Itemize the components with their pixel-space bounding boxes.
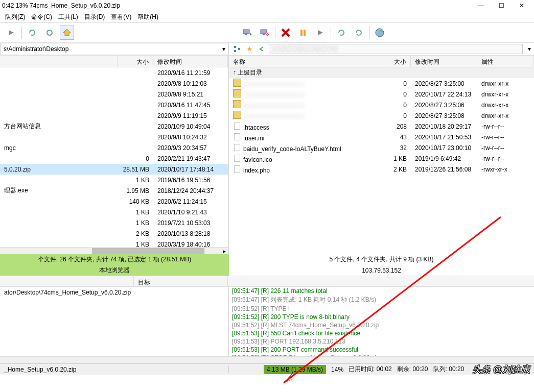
path-row: ▾ ★ ▾ xyxy=(0,43,534,55)
remote-file-row[interactable]: index.php2 KB2019/12/26 21:56:08-rwxr-xr… xyxy=(229,164,534,175)
toolbar xyxy=(0,22,534,43)
col-modified[interactable]: 修改时间 xyxy=(411,56,477,67)
pause-icon[interactable] xyxy=(296,26,310,40)
local-file-row[interactable]: 2020/9/8 9:15:21 xyxy=(0,89,228,100)
queue-header: 目标 xyxy=(0,276,534,287)
tree-icon[interactable] xyxy=(232,44,242,54)
remote-file-row[interactable]: 02020/8/27 3:25:00drwxr-xr-x xyxy=(229,78,534,89)
transfer-status-bar: _Home_Setup_v6.0.20.zip 4.13 MB (1.29 MB… xyxy=(0,363,534,375)
queue-item[interactable]: ator\Desktop\74cms_Home_Setup_v6.0.20.zi… xyxy=(0,287,228,298)
local-panel: 大小 修改时间 2020/9/16 11:21:592020/9/8 10:12… xyxy=(0,55,229,254)
computer-connect-icon[interactable] xyxy=(240,26,254,40)
window-title: 0:42 13% 74cms_Home_Setup_v6.0.20.zip xyxy=(2,2,120,9)
file-panels: 大小 修改时间 2020/9/16 11:21:592020/9/8 10:12… xyxy=(0,55,534,254)
log-panel[interactable]: [09:51:47] [R] 226 11 matches total[09:5… xyxy=(229,287,534,356)
back-arrow-icon[interactable] xyxy=(257,44,267,54)
local-file-row[interactable]: 5.0.20.zip28.51 MB2020/10/17 17:48:14 xyxy=(0,164,228,175)
svg-rect-20 xyxy=(234,122,240,130)
svg-rect-14 xyxy=(304,30,306,36)
home-icon[interactable] xyxy=(60,26,74,40)
col-attrs[interactable]: 属性 xyxy=(477,56,534,67)
remote-file-row[interactable]: .htaccess2082020/10/18 20:29:17-rw-r--r-… xyxy=(229,121,534,132)
log-line: [09:51:53] [R] PORT 192,168,3,5,210,113 xyxy=(229,337,534,346)
bottom-scrollbar[interactable] xyxy=(0,356,534,363)
local-file-row[interactable]: 方台网站信息2020/10/9 10:49:04 xyxy=(0,121,228,132)
col-modified[interactable]: 修改时间 xyxy=(153,56,228,67)
menu-command[interactable]: 命令(C) xyxy=(31,13,52,21)
refresh-all-icon[interactable] xyxy=(42,26,57,40)
svg-marker-2 xyxy=(63,29,71,36)
svg-rect-17 xyxy=(234,46,236,48)
local-file-row[interactable]: 1 KB2019/6/16 19:51:56 xyxy=(0,175,228,185)
chevron-down-icon[interactable]: ▾ xyxy=(219,45,228,53)
local-file-row[interactable]: 1 KB2020/3/19 18:40:16 xyxy=(0,239,228,247)
local-file-row[interactable]: mgc2020/9/3 20:34:57 xyxy=(0,142,228,153)
queue-log-area: ator\Desktop\74cms_Home_Setup_v6.0.20.zi… xyxy=(0,287,534,356)
col-size[interactable]: 大小 xyxy=(385,56,411,67)
transfer-percent: 14% xyxy=(331,366,343,373)
status-area: 个文件, 26 个文件夹, 共计 74 项, 已选定 1 项 (28.51 MB… xyxy=(0,254,534,276)
col-name[interactable]: 名称 xyxy=(229,56,385,67)
col-target[interactable]: 目标 xyxy=(134,276,228,286)
local-file-row[interactable]: 140 KB2020/6/2 11:24:15 xyxy=(0,196,228,207)
svg-rect-3 xyxy=(243,30,249,34)
up-directory[interactable]: ↑ 上级目录 xyxy=(229,67,534,78)
local-file-row[interactable]: 2020/9/8 10:12:03 xyxy=(0,78,228,89)
chevron-down-icon[interactable]: ▾ xyxy=(525,45,534,53)
title-bar: 0:42 13% 74cms_Home_Setup_v6.0.20.zip — … xyxy=(0,0,534,11)
local-file-row[interactable]: 2020/9/8 10:24:32 xyxy=(0,132,228,142)
refresh-icon[interactable] xyxy=(25,26,39,40)
log-line: [09:51:52] [R] MLST 74cms_Home_Setup_v6.… xyxy=(229,321,534,329)
remote-file-row[interactable]: favicon.ico1 KB2019/1/9 6:49:42-rw-r--r-… xyxy=(229,153,534,164)
play-icon[interactable] xyxy=(4,26,18,40)
svg-marker-0 xyxy=(9,30,14,35)
log-line: [09:51:53] [R] 550 Can't check for file … xyxy=(229,329,534,337)
local-file-row[interactable]: 2020/9/16 11:47:45 xyxy=(0,100,228,110)
abort-icon[interactable] xyxy=(278,26,293,40)
play-icon[interactable] xyxy=(313,26,328,40)
local-scrollbar[interactable]: ▸ xyxy=(0,247,228,254)
log-line: [09:51:47] [R] 226 11 matches total xyxy=(229,287,534,295)
local-toolbar xyxy=(4,26,233,40)
remote-path-input[interactable] xyxy=(269,44,523,54)
menu-view[interactable]: 查看(V) xyxy=(111,13,131,21)
local-file-row[interactable]: 02020/2/21 19:43:47 xyxy=(0,153,228,164)
remote-file-row[interactable]: 02020/8/27 3:25:08drwxr-xr-x xyxy=(229,110,534,121)
local-status: 个文件, 26 个文件夹, 共计 74 项, 已选定 1 项 (28.51 MB… xyxy=(0,254,229,276)
remote-toolbar xyxy=(236,26,530,40)
local-file-row[interactable]: 2020/9/16 11:21:59 xyxy=(0,67,228,78)
remote-file-list[interactable]: ↑ 上级目录 02020/8/27 3:25:00drwxr-xr-x02020… xyxy=(229,67,534,254)
menu-help[interactable]: 帮助(H) xyxy=(137,13,158,21)
remote-file-row[interactable]: .user.ini432020/10/17 21:50:53-rw-r--r-- xyxy=(229,132,534,142)
maximize-button[interactable]: ☐ xyxy=(491,0,512,11)
local-file-row[interactable]: 1 KB2019/7/21 10:53:03 xyxy=(0,217,228,228)
menu-queue[interactable]: 队列(Z) xyxy=(5,13,25,21)
local-file-row[interactable]: 1 KB2020/1/10 9:21:43 xyxy=(0,207,228,217)
remote-file-row[interactable]: 02020/10/17 22:24:13drwxr-xr-x xyxy=(229,89,534,100)
queue-list[interactable]: ator\Desktop\74cms_Home_Setup_v6.0.20.zi… xyxy=(0,287,229,356)
minimize-button[interactable]: — xyxy=(471,0,491,11)
remote-status-summary: 5 个文件, 4 个文件夹, 共计 9 项 (3 KB) xyxy=(229,254,534,265)
col-size[interactable]: 大小 xyxy=(118,56,153,67)
local-file-row[interactable]: 2 KB2020/10/13 8:28:18 xyxy=(0,228,228,239)
remote-panel: 名称 大小 修改时间 属性 ↑ 上级目录 02020/8/27 3:25:00d… xyxy=(229,55,534,254)
close-button[interactable]: ✕ xyxy=(512,0,532,11)
refresh-all-icon[interactable] xyxy=(352,26,366,40)
local-path-input[interactable] xyxy=(1,44,219,54)
svg-rect-19 xyxy=(238,48,240,50)
log-line: [09:51:52] [R] 200 TYPE is now 8-bit bin… xyxy=(229,313,534,321)
local-file-row[interactable]: 理器.exe1.95 MB2018/12/24 20:44:37 xyxy=(0,185,228,196)
star-icon[interactable]: ★ xyxy=(244,44,254,54)
menu-tools[interactable]: 工具(L) xyxy=(58,13,78,21)
svg-rect-13 xyxy=(300,30,303,36)
computer-disconnect-icon[interactable] xyxy=(258,26,272,40)
remote-file-row[interactable]: 02020/8/27 3:25:06drwxr-xr-x xyxy=(229,100,534,110)
local-file-list[interactable]: 2020/9/16 11:21:592020/9/8 10:12:032020/… xyxy=(0,67,228,247)
local-status-summary: 个文件, 26 个文件夹, 共计 74 项, 已选定 1 项 (28.51 MB… xyxy=(0,254,229,265)
menu-directory[interactable]: 目录(D) xyxy=(84,13,105,21)
globe-icon[interactable] xyxy=(373,26,387,40)
refresh-icon[interactable] xyxy=(334,26,349,40)
local-file-row[interactable]: 2020/9/9 11:19:15 xyxy=(0,110,228,121)
svg-rect-22 xyxy=(234,144,240,151)
remote-file-row[interactable]: baidu_verify_code-IoALTyBueY.html322020/… xyxy=(229,142,534,153)
